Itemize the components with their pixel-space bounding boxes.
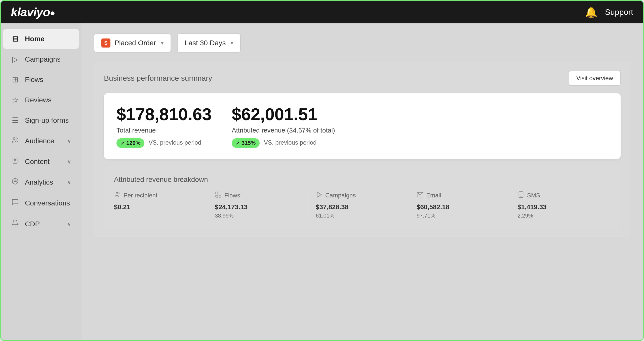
attributed-revenue-label: Attributed revenue (34.67% of total) — [232, 126, 335, 134]
attributed-revenue-vs: VS. previous period — [264, 139, 316, 146]
sidebar-item-conversations[interactable]: Conversations — [3, 193, 79, 213]
sidebar-item-analytics-label: Analytics — [25, 178, 53, 186]
breakdown-sms-value: $1,419.33 — [517, 203, 603, 211]
attributed-revenue-block: $62,001.51 Attributed revenue (34.67% of… — [232, 104, 335, 148]
visit-overview-button[interactable]: Visit overview — [569, 71, 621, 86]
total-revenue-arrow: ↗ — [120, 140, 124, 146]
svg-point-1 — [16, 138, 17, 139]
filters-row: S Placed Order ▾ Last 30 Days ▾ — [94, 33, 631, 53]
total-revenue-vs: VS. previous period — [149, 139, 201, 146]
svg-point-7 — [15, 181, 16, 182]
period-filter-button[interactable]: Last 30 Days ▾ — [177, 33, 241, 53]
sidebar-item-flows[interactable]: ⊞ Flows — [3, 70, 79, 90]
logo-dot: • — [50, 6, 55, 21]
signup-forms-icon: ☰ — [11, 116, 19, 125]
breakdown-col-flows: Flows $24,173.13 38.99% — [207, 191, 308, 219]
main-layout: ⊟ Home ▷ Campaigns ⊞ Flows ☆ Reviews ☰ S… — [1, 23, 643, 341]
sidebar-item-content[interactable]: Content ∨ — [3, 152, 79, 172]
sidebar-item-analytics[interactable]: Analytics ∨ — [3, 172, 79, 192]
event-filter-label: Placed Order — [114, 39, 156, 47]
sidebar-item-home[interactable]: ⊟ Home — [3, 29, 79, 49]
reviews-icon: ☆ — [11, 96, 19, 104]
home-icon: ⊟ — [11, 34, 19, 43]
conversations-icon — [11, 198, 19, 208]
sidebar-item-signup-forms-label: Sign-up forms — [25, 116, 69, 124]
breakdown-col-flows-name: Flows — [215, 191, 300, 200]
cdp-icon — [11, 219, 19, 229]
total-revenue-block: $178,810.63 Total revenue ↗ 120% VS. pre… — [116, 104, 212, 148]
perf-title: Business performance summary — [104, 74, 212, 82]
analytics-chevron: ∨ — [67, 179, 71, 186]
sidebar-item-content-label: Content — [25, 158, 50, 166]
attributed-revenue-value: $62,001.51 — [232, 104, 335, 124]
top-nav: klaviyo• 🔔 Support — [1, 1, 643, 23]
breakdown-campaigns-value: $37,828.38 — [316, 203, 401, 211]
content-chevron: ∨ — [67, 158, 71, 165]
content-icon — [11, 157, 19, 166]
event-filter-button[interactable]: S Placed Order ▾ — [94, 33, 171, 53]
per-recipient-icon — [114, 191, 121, 200]
total-revenue-value: $178,810.63 — [116, 104, 212, 124]
perf-header: Business performance summary Visit overv… — [104, 71, 621, 86]
campaigns-breakdown-icon — [316, 191, 323, 200]
audience-icon — [11, 136, 19, 146]
attributed-revenue-badge: ↗ 315% — [232, 138, 260, 148]
sidebar-item-reviews-label: Reviews — [25, 96, 52, 104]
breakdown-col-email: Email $60,582.18 97.71% — [409, 191, 510, 219]
breakdown-col-campaigns-name: Campaigns — [316, 191, 401, 200]
breakdown-email-value: $60,582.18 — [417, 203, 502, 211]
sidebar-item-signup-forms[interactable]: ☰ Sign-up forms — [3, 110, 79, 130]
attributed-revenue-pct: 315% — [242, 140, 256, 146]
support-link[interactable]: Support — [605, 8, 633, 17]
breakdown-campaigns-pct: 61.01% — [316, 212, 401, 219]
svg-rect-11 — [216, 195, 218, 197]
sidebar-item-cdp[interactable]: CDP ∨ — [3, 214, 79, 234]
nav-right: 🔔 Support — [585, 6, 633, 18]
attributed-revenue-arrow: ↗ — [236, 140, 239, 146]
sidebar-item-audience-label: Audience — [25, 137, 54, 145]
breakdown-col-sms-name: SMS — [517, 191, 603, 200]
breakdown-email-pct: 97.71% — [417, 212, 502, 219]
sidebar-item-cdp-label: CDP — [25, 220, 40, 228]
flows-icon: ⊞ — [11, 75, 19, 84]
logo: klaviyo• — [11, 5, 55, 19]
breakdown-col-campaigns: Campaigns $37,828.38 61.01% — [308, 191, 409, 219]
sidebar-item-reviews[interactable]: ☆ Reviews — [3, 90, 79, 110]
analytics-icon — [11, 178, 19, 187]
breakdown-title: Attributed revenue breakdown — [114, 176, 611, 184]
total-revenue-label: Total revenue — [116, 126, 212, 134]
svg-rect-10 — [219, 192, 221, 194]
content-area: S Placed Order ▾ Last 30 Days ▾ Business… — [81, 23, 643, 341]
sidebar: ⊟ Home ▷ Campaigns ⊞ Flows ☆ Reviews ☰ S… — [1, 23, 81, 341]
attributed-revenue-badge-row: ↗ 315% VS. previous period — [232, 138, 335, 148]
total-revenue-badge-row: ↗ 120% VS. previous period — [116, 138, 212, 148]
sidebar-item-conversations-label: Conversations — [25, 199, 70, 207]
breakdown-sms-pct: 2.29% — [517, 212, 603, 219]
performance-summary-section: Business performance summary Visit overv… — [94, 62, 631, 237]
sidebar-item-audience[interactable]: Audience ∨ — [3, 131, 79, 151]
breakdown-cols: Per recipient $0.21 — — [114, 191, 611, 219]
sidebar-item-home-label: Home — [25, 35, 45, 43]
breakdown-col-per-recipient: Per recipient $0.21 — — [114, 191, 207, 219]
sidebar-item-campaigns-label: Campaigns — [25, 55, 61, 63]
bell-icon[interactable]: 🔔 — [585, 6, 597, 18]
shop-icon: S — [101, 38, 110, 48]
event-filter-chevron: ▾ — [161, 40, 164, 46]
period-filter-label: Last 30 Days — [185, 39, 226, 47]
flows-breakdown-icon — [215, 191, 222, 200]
breakdown-col-sms: SMS $1,419.33 2.29% — [510, 191, 611, 219]
svg-point-0 — [13, 138, 15, 140]
svg-point-8 — [116, 192, 118, 194]
svg-rect-9 — [216, 192, 218, 194]
logo-text: klaviyo — [11, 6, 50, 19]
total-revenue-pct: 120% — [126, 140, 140, 146]
breakdown-flows-value: $24,173.13 — [215, 203, 300, 211]
sidebar-item-campaigns[interactable]: ▷ Campaigns — [3, 49, 79, 69]
breakdown-per-recipient-pct: — — [114, 212, 199, 219]
total-revenue-badge: ↗ 120% — [116, 138, 144, 148]
email-breakdown-icon — [417, 191, 424, 200]
breakdown-per-recipient-value: $0.21 — [114, 203, 199, 211]
svg-rect-12 — [219, 195, 221, 197]
audience-chevron: ∨ — [67, 138, 71, 144]
breakdown-col-email-name: Email — [417, 191, 502, 200]
